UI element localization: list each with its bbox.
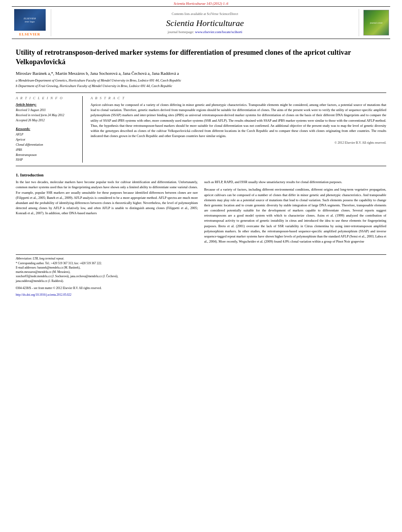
article-info-label: A R T I C L E I N F O [16, 96, 78, 100]
abstract-column: A B S T R A C T Apricot cultivars may be… [91, 96, 386, 163]
journal-homepage: journal homepage: www.elsevier.com/locat… [168, 30, 242, 34]
doi-line: http://dx.doi.org/10.1016/j.scienta.2012… [16, 293, 386, 297]
keyword-ssap: SSAP [16, 158, 78, 163]
keyword-aflp: AFLP [16, 132, 78, 137]
introduction-section: 1. Introduction In the last two decades,… [16, 172, 386, 247]
article-title: Utility of retrotransposon-derived marke… [16, 48, 386, 67]
intro-para-right-1: such as RFLP, RAPD, and ISSR usually sho… [204, 180, 387, 185]
elsevier-logo-image: ELSEVIERtree logo [14, 9, 46, 31]
sciverse-text: Contents lists available at SciVerse Sci… [172, 12, 238, 16]
keyword-ipbs: iPBS [16, 148, 78, 153]
abstract-text: Apricot cultivars may be composed of a v… [91, 102, 386, 139]
homepage-link[interactable]: www.elsevier.com/locate/scihorti [195, 30, 242, 34]
revised-date: Received in revised form 24 May 2012 [16, 113, 78, 118]
divider-1 [16, 93, 386, 93]
affiliation-a: a Mendeleum-Department of Genetics, Hort… [16, 78, 386, 83]
journal-title-header: Scientia Horticulturae [166, 18, 244, 28]
keywords-heading: Keywords: [16, 127, 78, 131]
accepted-date: Accepted 26 May 2012 [16, 118, 78, 123]
keyword-retro: Retrotransposon [16, 153, 78, 158]
abstract-label: A B S T R A C T [91, 96, 386, 100]
copyright-line: © 2012 Elsevier B.V. All rights reserved… [91, 141, 386, 145]
affiliation-b: b Department of Fruit Growing, Horticult… [16, 83, 386, 89]
email-line-4: jana.raddova@mendelu.cz (J. Raddová). [16, 279, 386, 283]
corresponding-footnote: * Corresponding author. Tel.: +420 519 3… [16, 261, 386, 265]
intro-heading: 1. Introduction [16, 172, 386, 177]
journal-center: Contents lists available at SciVerse Sci… [54, 9, 356, 36]
email-line-2: martin.meszaros@mendelu.cz (M. Meszáros)… [16, 270, 386, 274]
issn-line: 0304-4238/$ – see front matter © 2012 El… [16, 286, 386, 290]
article-info-column: A R T I C L E I N F O Article history: R… [16, 96, 83, 163]
intro-para-right-2: Because of a variety of factors, includi… [204, 187, 387, 244]
elsevier-logo: ELSEVIERtree logo ELSEVIER [12, 9, 51, 36]
info-abstract-layout: A R T I C L E I N F O Article history: R… [16, 96, 386, 163]
authors-line: Miroslav Baránek a,*, Martin Meszáros b,… [16, 71, 386, 76]
doi-link[interactable]: http://dx.doi.org/10.1016/j.scienta.2012… [16, 293, 71, 297]
intro-body-layout: In the last two decades, molecular marke… [16, 180, 386, 247]
intro-right-col: such as RFLP, RAPD, and ISSR usually sho… [204, 180, 387, 247]
journal-thumbnail: journal cover [359, 9, 390, 36]
affiliations: a Mendeleum-Department of Genetics, Hort… [16, 78, 386, 89]
keyword-apricot: Apricot [16, 137, 78, 143]
article-history-heading: Article history: [16, 102, 78, 106]
keyword-clonal: Clonal differentiation [16, 143, 78, 148]
journal-reference: Scientia Horticulturae 143 (2012) 1–6 [0, 0, 402, 6]
received-date: Received 3 August 2011 [16, 108, 78, 113]
thumb-image: journal cover [363, 10, 389, 35]
main-content: Utility of retrotransposon-derived marke… [0, 39, 402, 304]
email-line-3: xsnchor03@node.mendelu.cz (J. Sochorová)… [16, 274, 386, 278]
footnote-section: Abbreviation: LTR, long terminal repeat.… [16, 254, 386, 297]
intro-left-col: In the last two decades, molecular marke… [16, 180, 198, 247]
abbreviation-footnote: Abbreviation: LTR, long terminal repeat. [16, 256, 386, 261]
email-line-1: E-mail addresses: baranek@mendelu.cz (M.… [16, 265, 386, 270]
divider-2 [16, 166, 386, 166]
journal-ref-text: Scientia Horticulturae 143 (2012) 1–6 [174, 2, 228, 6]
elsevier-brand-text: ELSEVIER [19, 32, 41, 36]
journal-header: ELSEVIERtree logo ELSEVIER Contents list… [12, 6, 390, 39]
intro-para-left: In the last two decades, molecular marke… [16, 180, 198, 216]
